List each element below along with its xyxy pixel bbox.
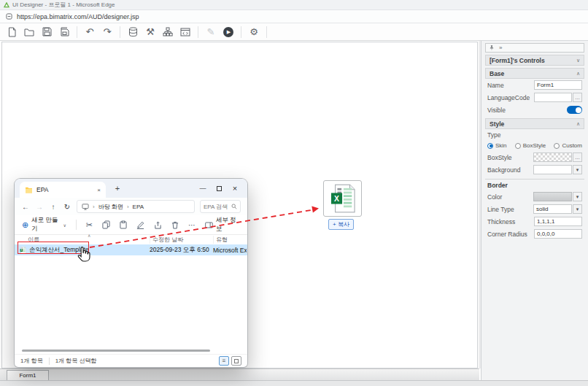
background-field[interactable] — [533, 165, 572, 174]
script-button[interactable] — [178, 25, 193, 39]
status-divider — [49, 358, 50, 365]
name-label: Name — [487, 82, 504, 89]
toggle-knob — [576, 107, 581, 113]
url-text[interactable]: https://epa.bimatrix.com/AUD/designer.js… — [17, 13, 139, 20]
breadcrumb-epa[interactable]: EPA — [133, 204, 144, 210]
details-view-button[interactable]: ≡ — [219, 356, 229, 366]
section-style[interactable]: Style ∧ — [485, 118, 584, 129]
languagecode-browse-button[interactable]: … — [573, 93, 582, 102]
controls-header[interactable]: [Form1]'s Controls ∨ — [485, 55, 584, 66]
chevron-down-icon: ∨ — [63, 223, 66, 228]
hierarchy-button[interactable] — [160, 25, 175, 39]
forward-button[interactable]: → — [35, 203, 44, 211]
breadcrumb[interactable]: › 바탕 화면 › EPA — [77, 200, 195, 213]
boxstyle-browse-button[interactable]: … — [573, 153, 582, 162]
explorer-command-bar: ⊕ 새로 만들기 ∨ ✂ ⋯ 세부 정보 — [15, 215, 247, 235]
details-pane-button[interactable]: 세부 정보 — [205, 216, 240, 233]
selected-count: 1개 항목 선택함 — [55, 357, 97, 365]
details-pane-icon — [205, 222, 213, 228]
edit-button[interactable]: ✎ — [204, 25, 218, 39]
refresh-button[interactable]: ↻ — [63, 203, 71, 211]
paste-button[interactable] — [120, 220, 127, 229]
visible-row: Visible — [485, 104, 584, 116]
pin-icon[interactable] — [489, 45, 495, 51]
background-dropdown-button[interactable]: ▾ — [573, 165, 582, 174]
save-all-button[interactable] — [57, 25, 71, 39]
save-button[interactable] — [39, 25, 54, 39]
name-row: Name Form1 — [485, 79, 584, 91]
boxstyle-swatch[interactable] — [533, 153, 572, 162]
sort-ascending-icon: ∧ — [88, 233, 90, 238]
toolbar-separator — [266, 26, 267, 38]
form-tabbar: Form1 — [0, 368, 479, 380]
icons-view-button[interactable] — [231, 356, 241, 366]
chevron-down-icon: ∨ — [576, 58, 580, 63]
toolbar-separator — [120, 26, 120, 38]
horizontal-scrollbar[interactable] — [22, 350, 210, 352]
plus-circle-icon: ⊕ — [22, 220, 28, 230]
rename-button[interactable] — [136, 221, 144, 229]
copy-button[interactable] — [102, 220, 110, 229]
radio-boxstyle[interactable]: BoxStyle — [515, 142, 546, 149]
breadcrumb-desktop[interactable]: 바탕 화면 — [98, 203, 123, 211]
explorer-tab-epa[interactable]: EPA × — [20, 182, 106, 198]
designer-toolbar: ↶ ↷ ⚒ ✎ ▶ ⚙ — [0, 23, 588, 41]
column-modified[interactable]: 수정한 날짜 — [150, 236, 213, 244]
section-base[interactable]: Base ∧ — [485, 68, 584, 79]
languagecode-row: LanguageCode … — [485, 91, 584, 104]
linetype-dropdown-button[interactable]: ▾ — [573, 204, 582, 214]
back-button[interactable]: ← — [21, 203, 30, 211]
run-button[interactable]: ▶ — [221, 25, 236, 39]
excel-file-icon — [330, 184, 355, 213]
maximize-button[interactable] — [211, 180, 227, 196]
visible-toggle[interactable] — [567, 106, 582, 114]
radio-skin[interactable]: Skin — [487, 142, 507, 149]
color-dropdown-button[interactable]: ▾ — [573, 192, 582, 201]
color-row: Color ▾ — [485, 190, 584, 203]
corner-radius-field[interactable]: 0,0,0,0 — [534, 229, 582, 239]
close-button[interactable]: × — [227, 180, 243, 196]
boxstyle-row: BoxStyle … — [485, 151, 584, 163]
delete-button[interactable] — [171, 221, 179, 229]
new-file-button[interactable] — [4, 25, 19, 39]
share-button[interactable] — [154, 221, 162, 229]
thickness-field[interactable]: 1,1,1,1 — [534, 217, 582, 226]
linetype-field[interactable]: solid — [533, 204, 572, 214]
chevron-up-icon: ∧ — [576, 121, 580, 127]
open-button[interactable] — [22, 25, 36, 39]
tab-close-icon[interactable]: × — [97, 187, 101, 193]
explorer-tabbar: EPA × + — × — [15, 179, 247, 198]
desktop-icon — [82, 204, 89, 210]
site-info-icon[interactable] — [6, 13, 12, 20]
cut-button[interactable]: ✂ — [86, 220, 93, 230]
name-field[interactable]: Form1 — [534, 80, 582, 90]
chevron-up-icon: ∧ — [576, 71, 580, 77]
linetype-row: Line Type solid ▾ — [485, 203, 584, 215]
new-tab-button[interactable]: + — [112, 183, 123, 193]
file-explorer-window[interactable]: EPA × + — × ← → ↑ ↻ › 바탕 화면 › EPA EPA 검색 — [15, 179, 247, 367]
more-options-button[interactable]: ⋯ — [188, 221, 196, 229]
column-type[interactable]: 유형 — [213, 236, 247, 244]
color-label: Color — [487, 193, 502, 201]
explorer-tab-title: EPA — [36, 186, 48, 193]
up-button[interactable]: ↑ — [49, 203, 58, 211]
undo-button[interactable]: ↶ — [82, 25, 97, 39]
settings-button[interactable]: ⚙ — [247, 25, 261, 39]
dataset-button[interactable] — [125, 25, 140, 39]
controls-header-label: [Form1]'s Controls — [490, 57, 545, 64]
languagecode-field[interactable] — [534, 93, 572, 102]
tools-button[interactable]: ⚒ — [143, 25, 158, 39]
chevron-right-icon: › — [127, 204, 129, 210]
collapse-panel-icon[interactable]: » — [499, 45, 502, 51]
maximize-icon — [217, 186, 222, 191]
browser-urlbar[interactable]: https://epa.bimatrix.com/AUD/designer.js… — [0, 10, 588, 23]
search-input[interactable]: EPA 검색 — [200, 200, 241, 213]
redo-button[interactable]: ↷ — [100, 25, 115, 39]
boxstyle-label: BoxStyle — [487, 154, 512, 161]
border-color-swatch[interactable] — [533, 192, 572, 201]
drag-hand-cursor — [76, 246, 90, 263]
tab-form1[interactable]: Form1 — [7, 370, 49, 380]
minimize-button[interactable]: — — [195, 180, 211, 196]
radio-custom[interactable]: Custom — [554, 142, 582, 149]
new-item-button[interactable]: ⊕ 새로 만들기 ∨ — [22, 216, 66, 233]
